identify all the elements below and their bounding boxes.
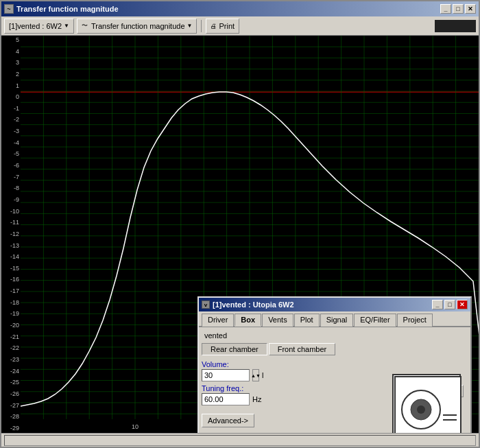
function-icon: 〜 [82,21,88,30]
dataset-dropdown-btn[interactable]: [1]vented : 6W2 ▼ [4,19,74,34]
y-label-n15: -15 [3,266,19,272]
tab-plot-label: Plot [300,316,313,324]
tab-vents[interactable]: Vents [262,314,293,327]
tab-box[interactable]: Box [235,314,261,327]
inner-title-text: [1]vented : Utopia 6W2 [213,300,432,309]
y-label-n4: -4 [3,140,19,146]
y-label-n29: -29 [3,425,19,432]
y-label-n27: -27 [3,403,19,409]
tab-signal[interactable]: Signal [320,314,354,327]
dataset-label: [1]vented : 6W2 [9,22,62,30]
tab-eqfilter[interactable]: EQ/Filter [354,314,396,327]
outer-maximize-btn[interactable]: □ [453,4,464,14]
inner-tabs: Driver Box Vents Plot Signal EQ/Filter [199,311,470,327]
y-label-n12: -12 [3,231,19,237]
y-label-n21: -21 [3,334,19,340]
y-label-n18: -18 [3,300,19,306]
inner-close-btn[interactable]: ✕ [457,300,468,309]
outer-title-text: Transfer function magnitude [16,5,440,13]
y-label-n25: -25 [3,379,19,386]
y-label-n2: -2 [3,117,19,123]
y-label-n8: -8 [3,185,19,191]
volume-group: Volume: ▲▼ l [202,360,387,381]
y-label-n5: -5 [3,151,19,157]
svg-point-60 [417,405,425,414]
function-dropdown-btn[interactable]: 〜 Transfer function magnitude ▼ [77,19,197,34]
outer-close-btn[interactable]: ✕ [465,4,476,14]
tuning-input[interactable] [202,393,250,405]
y-label-n14: -14 [3,254,19,260]
y-label-5: 5 [3,37,19,43]
y-label-n13: -13 [3,243,19,249]
outer-statusbar [1,433,479,447]
tab-project[interactable]: Project [397,314,433,327]
print-btn[interactable]: 🖨 Print [206,19,239,34]
y-label-n11: -11 [3,220,19,226]
y-label-n24: -24 [3,368,19,375]
y-label-0: 0 [3,94,19,100]
tuning-group: Tuning freq.: Hz [202,384,387,405]
inner-title-icon: v [202,300,210,309]
dataset-dropdown-arrow: ▼ [64,23,69,29]
tuning-label: Tuning freq.: [202,384,387,392]
x-label-10: 10 [132,423,139,430]
tab-eqfilter-label: EQ/Filter [360,316,389,324]
y-label-n16: -16 [3,276,19,283]
front-chamber-btn[interactable]: Front chamber [269,343,336,355]
y-label-n28: -28 [3,414,19,420]
outer-title-icon: ~ [4,4,14,14]
y-label-n10: -10 [3,209,19,215]
advanced-btn[interactable]: Advanced-> [202,414,254,427]
y-label-1: 1 [3,83,19,89]
tab-plot[interactable]: Plot [294,314,320,327]
volume-field-row: ▲▼ l [202,369,387,381]
y-label-n19: -19 [3,311,19,317]
y-label-n26: -26 [3,391,19,397]
y-label-n17: -17 [3,288,19,294]
dark-display-box [435,20,476,32]
y-label-n3: -3 [3,128,19,134]
y-label-4: 4 [3,49,19,55]
tab-box-label: Box [241,316,255,324]
y-label-n20: -20 [3,322,19,329]
volume-scroll[interactable]: ▲▼ [252,369,259,381]
volume-unit: l [262,371,263,379]
function-dropdown-arrow: ▼ [187,23,193,29]
y-label-n1: -1 [3,106,19,112]
inner-maximize-btn[interactable]: □ [444,300,455,309]
tuning-field-row: Hz [202,393,387,405]
y-label-n9: -9 [3,197,19,203]
tab-driver-label: Driver [208,316,228,324]
tab-driver[interactable]: Driver [202,314,234,327]
rear-chamber-btn[interactable]: Rear chamber [202,343,267,355]
speaker-diagram [392,374,461,433]
print-label: Print [219,22,235,30]
tab-vents-label: Vents [268,316,287,324]
tuning-unit: Hz [252,395,261,403]
inner-minimize-btn[interactable]: _ [432,300,443,309]
outer-minimize-btn[interactable]: _ [440,4,451,14]
vent-type-label: vented [202,330,468,341]
volume-input[interactable] [202,369,250,381]
y-label-n6: -6 [3,163,19,169]
y-axis-labels: 5 4 3 2 1 0 -1 -2 -3 -4 -5 -6 -7 -8 -9 -… [1,36,21,433]
tab-signal-label: Signal [326,316,348,324]
outer-toolbar: [1]vented : 6W2 ▼ 〜 Transfer function ma… [1,16,479,36]
volume-label: Volume: [202,360,387,368]
inner-content: vented Rear chamber Front chamber Volume… [199,327,470,433]
speaker-diagram-svg [394,375,462,433]
inner-titlebar: v [1]vented : Utopia 6W2 _ □ ✕ [199,298,470,311]
inner-dialog: v [1]vented : Utopia 6W2 _ □ ✕ Driver Bo… [197,296,472,433]
y-label-n23: -23 [3,357,19,363]
y-label-n7: -7 [3,174,19,180]
outer-window: ~ Transfer function magnitude _ □ ✕ [1]v… [0,0,480,448]
chamber-buttons: Rear chamber Front chamber [202,343,468,355]
tab-project-label: Project [403,316,427,324]
outer-titlebar: ~ Transfer function magnitude _ □ ✕ [1,1,479,16]
outer-win-controls: _ □ ✕ [440,4,476,14]
print-icon: 🖨 [211,23,217,30]
y-label-3: 3 [3,60,19,66]
status-panel [4,435,476,446]
y-label-n22: -22 [3,345,19,351]
toolbar-separator [201,20,202,32]
